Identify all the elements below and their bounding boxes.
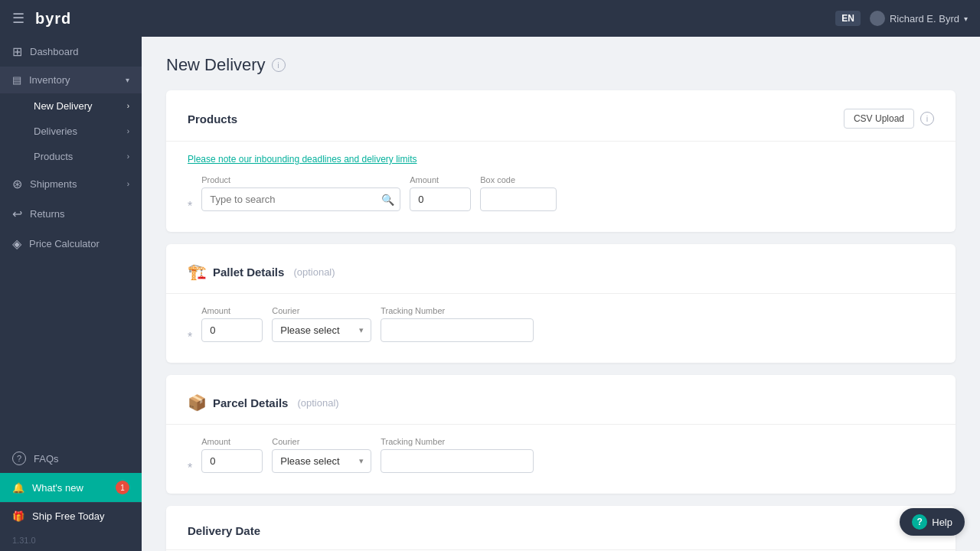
ship-free-label: Ship Free Today bbox=[32, 510, 104, 522]
chevron-right-icon: › bbox=[127, 152, 129, 161]
pallet-courier-select-wrap: Please select DHL UPS FedEx DPD ▾ bbox=[272, 318, 371, 342]
pallet-courier-field: Courier Please select DHL UPS FedEx DPD … bbox=[272, 306, 371, 342]
product-search-input[interactable] bbox=[201, 187, 400, 211]
whats-new-label: What's new bbox=[32, 482, 83, 494]
delivery-date-card: Delivery Date Between 📅 And 📅 bbox=[166, 506, 956, 551]
parcel-icon: 📦 bbox=[188, 393, 207, 412]
search-icon[interactable]: 🔍 bbox=[381, 194, 394, 206]
language-selector[interactable]: EN bbox=[835, 11, 861, 26]
shipments-icon: ⊛ bbox=[12, 177, 22, 191]
pallet-amount-field: Amount bbox=[201, 306, 263, 342]
sidebar-sub-label: Deliveries bbox=[34, 126, 77, 137]
parcel-tracking-label: Tracking Number bbox=[381, 437, 534, 446]
parcel-courier-select[interactable]: Please select DHL UPS FedEx DPD bbox=[272, 449, 371, 473]
products-card: Products CSV Upload i Please note our in… bbox=[166, 90, 956, 232]
pallet-courier-select[interactable]: Please select DHL UPS FedEx DPD bbox=[272, 318, 371, 342]
chevron-right-icon: › bbox=[127, 180, 129, 188]
inbounding-deadlines-link[interactable]: Please note our inbounding deadlines and… bbox=[188, 154, 934, 165]
products-info-icon[interactable]: i bbox=[920, 112, 934, 126]
parcel-card: 📦 Parcel Details (optional) * Amount Cou… bbox=[166, 375, 956, 494]
help-button[interactable]: ? Help bbox=[900, 508, 965, 536]
faq-label: FAQs bbox=[34, 453, 59, 465]
parcel-courier-select-wrap: Please select DHL UPS FedEx DPD ▾ bbox=[272, 449, 371, 473]
required-indicator: * bbox=[188, 331, 192, 344]
section-divider bbox=[166, 141, 956, 142]
pallet-amount-input[interactable] bbox=[201, 318, 263, 342]
pallet-amount-label: Amount bbox=[201, 306, 263, 315]
required-indicator: * bbox=[188, 200, 192, 214]
version-label: 1.31.0 bbox=[0, 530, 142, 551]
parcel-optional: (optional) bbox=[297, 397, 338, 409]
product-search-wrap: 🔍 bbox=[201, 187, 400, 211]
product-field-group: Product 🔍 bbox=[201, 175, 400, 211]
sidebar-sub-label: New Delivery bbox=[34, 100, 93, 112]
section-divider bbox=[166, 293, 956, 294]
pallet-tracking-label: Tracking Number bbox=[381, 306, 534, 315]
box-code-input[interactable] bbox=[480, 187, 557, 211]
sidebar-item-returns[interactable]: ↩ Returns bbox=[0, 199, 142, 229]
box-code-field-group: Box code bbox=[480, 175, 557, 211]
sidebar-item-new-delivery[interactable]: New Delivery › bbox=[0, 93, 142, 119]
csv-upload-button[interactable]: CSV Upload bbox=[844, 109, 914, 129]
topnav: ☰ byrd EN Richard E. Byrd ▾ bbox=[0, 0, 980, 37]
sidebar-item-inventory[interactable]: ▤ Inventory ▾ bbox=[0, 67, 142, 93]
sidebar-item-dashboard[interactable]: ⊞ Dashboard bbox=[0, 37, 142, 67]
pallet-card: 🏗️ Pallet Details (optional) * Amount Co… bbox=[166, 244, 956, 363]
sidebar-item-products[interactable]: Products › bbox=[0, 144, 142, 169]
parcel-amount-field: Amount bbox=[201, 437, 263, 473]
sidebar-item-label: Price Calculator bbox=[29, 238, 100, 249]
inventory-icon: ▤ bbox=[12, 74, 21, 86]
required-indicator: * bbox=[188, 461, 192, 475]
sidebar-item-label: Shipments bbox=[30, 178, 77, 190]
amount-input[interactable] bbox=[410, 187, 471, 211]
chevron-right-icon: › bbox=[127, 102, 129, 110]
sidebar-item-label: Returns bbox=[30, 208, 65, 220]
parcel-title: 📦 Parcel Details (optional) bbox=[188, 393, 339, 412]
user-avatar-icon bbox=[870, 11, 885, 26]
sidebar: ⊞ Dashboard ▤ Inventory ▾ New Delivery ›… bbox=[0, 37, 142, 551]
pallet-form-row: * Amount Courier Please select DHL UPS F… bbox=[188, 306, 934, 344]
user-menu[interactable]: Richard E. Byrd ▾ bbox=[870, 11, 968, 26]
hamburger-icon[interactable]: ☰ bbox=[12, 10, 24, 27]
whats-new-badge: 1 bbox=[116, 481, 129, 494]
whats-new-button[interactable]: 🔔 What's new 1 bbox=[0, 473, 142, 502]
sidebar-sub-label: Products bbox=[34, 151, 73, 162]
sidebar-item-deliveries[interactable]: Deliveries › bbox=[0, 119, 142, 144]
logo: byrd bbox=[35, 10, 71, 28]
ship-free-button[interactable]: 🎁 Ship Free Today bbox=[0, 502, 142, 530]
delivery-date-title: Delivery Date bbox=[188, 524, 260, 537]
help-label: Help bbox=[932, 517, 952, 528]
products-title: Products bbox=[188, 112, 237, 126]
chevron-down-icon: ▾ bbox=[126, 76, 129, 84]
sidebar-item-faqs[interactable]: ? FAQs bbox=[0, 444, 142, 473]
pallet-optional: (optional) bbox=[293, 266, 335, 278]
gift-icon: 🎁 bbox=[12, 510, 24, 522]
sidebar-item-shipments[interactable]: ⊛ Shipments › bbox=[0, 169, 142, 199]
product-label: Product bbox=[201, 175, 400, 184]
section-divider bbox=[166, 549, 956, 550]
section-divider bbox=[166, 424, 956, 425]
parcel-courier-field: Courier Please select DHL UPS FedEx DPD … bbox=[272, 437, 371, 473]
pallet-tracking-field: Tracking Number bbox=[381, 306, 534, 342]
sidebar-item-label: Inventory bbox=[29, 74, 70, 86]
amount-label: Amount bbox=[410, 175, 471, 184]
returns-icon: ↩ bbox=[12, 207, 22, 221]
user-menu-chevron-icon: ▾ bbox=[964, 15, 968, 23]
sidebar-item-label: Dashboard bbox=[30, 46, 79, 57]
page-info-icon[interactable]: i bbox=[272, 58, 286, 72]
pallet-title: 🏗️ Pallet Details (optional) bbox=[188, 262, 335, 281]
box-code-label: Box code bbox=[480, 175, 557, 184]
parcel-tracking-input[interactable] bbox=[381, 449, 534, 473]
parcel-amount-label: Amount bbox=[201, 437, 263, 446]
dashboard-icon: ⊞ bbox=[12, 44, 22, 59]
bell-icon: 🔔 bbox=[12, 482, 24, 494]
parcel-tracking-field: Tracking Number bbox=[381, 437, 534, 473]
parcel-amount-input[interactable] bbox=[201, 449, 263, 473]
price-calculator-icon: ◈ bbox=[12, 236, 21, 251]
parcel-form-row: * Amount Courier Please select DHL UPS F… bbox=[188, 437, 934, 475]
main-content: New Delivery i Products CSV Upload i Ple… bbox=[142, 37, 980, 551]
pallet-icon: 🏗️ bbox=[188, 262, 207, 281]
pallet-tracking-input[interactable] bbox=[381, 318, 534, 342]
products-form-row: * Product 🔍 Amount Box code bbox=[188, 175, 934, 214]
sidebar-item-price-calculator[interactable]: ◈ Price Calculator bbox=[0, 229, 142, 259]
